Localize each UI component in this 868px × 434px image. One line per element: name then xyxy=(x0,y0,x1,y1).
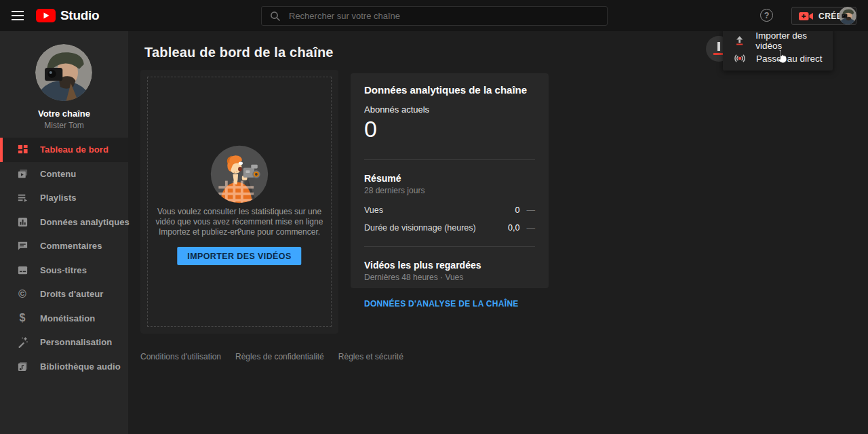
monetization-icon: $ xyxy=(16,312,28,324)
live-icon xyxy=(734,52,746,64)
top-videos-title: Vidéos les plus regardées xyxy=(364,260,535,271)
channel-avatar[interactable] xyxy=(35,44,92,101)
upload-icon xyxy=(734,35,745,47)
footer-link-privacy[interactable]: Règles de confidentialité xyxy=(235,352,324,361)
menu-item-upload-videos[interactable]: Importer des vidéos xyxy=(723,32,833,50)
youtube-play-icon xyxy=(36,9,56,22)
avatar-photo xyxy=(839,7,856,24)
divider xyxy=(364,246,535,247)
sidebar-item-analytics[interactable]: Données analytiques xyxy=(0,210,128,235)
upload-arrow-icon xyxy=(717,42,720,51)
analytics-card-title: Données analytiques de la chaîne xyxy=(364,84,535,96)
channel-name: Mister Tom xyxy=(0,121,128,130)
search-input[interactable] xyxy=(289,11,607,21)
sidebar-item-playlists[interactable]: Playlists xyxy=(0,186,128,210)
page-title: Tableau de bord de la chaîne xyxy=(144,45,334,60)
metric-row-views: Vues 0— xyxy=(364,205,535,215)
footer-link-terms[interactable]: Conditions d'utilisation xyxy=(140,352,221,361)
create-menu: Importer des vidéos Passer au direct xyxy=(723,28,833,71)
channel-title: Votre chaîne xyxy=(0,108,128,119)
sidebar-item-comments[interactable]: Commentaires xyxy=(0,234,128,258)
help-icon[interactable]: ? xyxy=(760,9,773,22)
sidebar: Votre chaîne Mister Tom Tableau de bord … xyxy=(0,31,128,434)
video-camera-icon xyxy=(799,11,814,22)
watch-time-value: 0,0 xyxy=(508,223,519,233)
sidebar-item-dashboard[interactable]: Tableau de bord xyxy=(0,138,128,162)
sidebar-item-subtitles[interactable]: Sous-titres xyxy=(0,258,128,283)
sidebar-item-content[interactable]: Contenu xyxy=(0,162,128,186)
customization-icon xyxy=(16,336,28,349)
channel-avatar-photo xyxy=(35,44,92,101)
search-bar[interactable] xyxy=(261,6,608,26)
import-videos-button[interactable]: IMPORTER DES VIDÉOS xyxy=(177,247,301,265)
watch-time-trend: — xyxy=(527,223,536,233)
youtube-studio-logo[interactable]: Studio xyxy=(36,8,99,23)
upload-card-message-2: Importez et publiez-en une pour commence… xyxy=(154,227,325,237)
playlists-icon xyxy=(16,192,28,204)
comments-icon xyxy=(16,240,28,252)
cameraman-illustration xyxy=(208,143,271,205)
copyright-icon: © xyxy=(16,288,28,300)
footer-links: Conditions d'utilisation Règles de confi… xyxy=(140,352,403,361)
search-icon xyxy=(270,11,281,22)
summary-title: Résumé xyxy=(364,173,535,184)
sidebar-item-customization[interactable]: Personnalisation xyxy=(0,330,128,355)
analytics-icon xyxy=(16,216,28,228)
divider xyxy=(364,159,535,160)
summary-period: 28 derniers jours xyxy=(364,186,535,195)
subtitles-icon xyxy=(16,264,28,276)
channel-analytics-link[interactable]: DONNÉES D'ANALYSE DE LA CHAÎNE xyxy=(364,299,519,309)
menu-icon[interactable] xyxy=(12,11,24,20)
sidebar-item-copyright[interactable]: © Droits d'auteur xyxy=(0,282,128,307)
subscribers-label: Abonnés actuels xyxy=(364,104,535,115)
footer-link-safety[interactable]: Règles et sécurité xyxy=(338,352,403,361)
upload-video-card: Vous voulez consulter les statistiques s… xyxy=(140,70,338,334)
subscribers-count: 0 xyxy=(364,116,535,142)
sidebar-item-monetization[interactable]: $ Monétisation xyxy=(0,307,128,331)
menu-item-go-live[interactable]: Passer au direct xyxy=(723,50,833,67)
channel-analytics-card: Données analytiques de la chaîne Abonnés… xyxy=(351,73,549,288)
metric-row-watch-time: Durée de visionnage (heures) 0,0— xyxy=(364,223,535,233)
sidebar-item-audio-library[interactable]: Bibliothèque audio xyxy=(0,355,128,379)
topbar: Studio ? CRÉER xyxy=(0,0,868,31)
sidebar-menu: Tableau de bord Contenu Playlists xyxy=(0,138,128,378)
account-avatar[interactable] xyxy=(839,7,856,24)
views-trend: — xyxy=(527,205,536,215)
top-videos-subtitle: Dernières 48 heures · Vues xyxy=(364,273,535,282)
dashboard-icon xyxy=(16,144,28,156)
brand-wordmark: Studio xyxy=(60,8,99,23)
views-value: 0 xyxy=(515,205,520,215)
audio-library-icon xyxy=(16,360,28,372)
content-icon xyxy=(16,167,28,180)
